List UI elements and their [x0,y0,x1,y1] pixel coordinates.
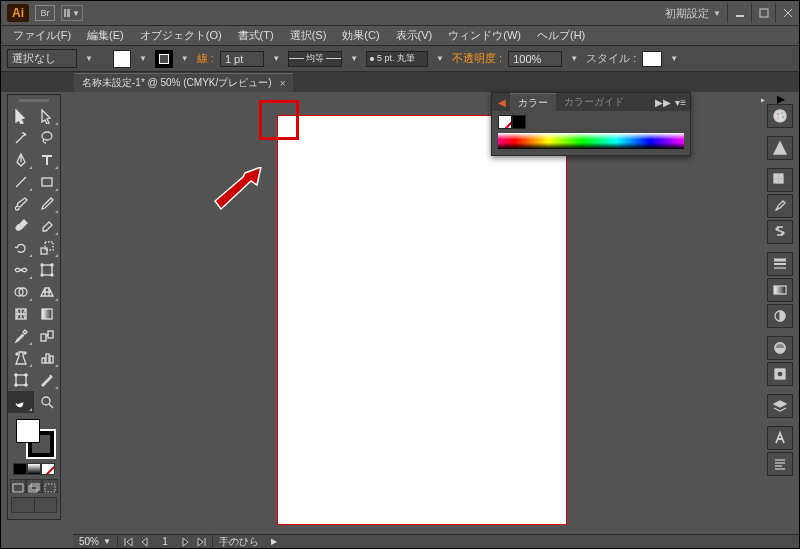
stroke-swatch[interactable] [155,50,173,68]
character-panel-button[interactable] [767,426,793,450]
line-segment-tool[interactable] [8,171,34,193]
perspective-grid-tool[interactable] [34,281,60,303]
graphic-styles-panel-button[interactable] [767,362,793,386]
color-tab[interactable]: カラー [510,93,556,112]
color-panel[interactable]: ◀ カラー カラーガイド ▶▶ ▾≡ [491,92,691,156]
artboard-tool[interactable] [8,369,34,391]
rotate-tool[interactable] [8,237,34,259]
color-mode-button[interactable] [13,463,27,475]
width-tool[interactable] [8,259,34,281]
lasso-tool[interactable] [34,127,60,149]
workspace-switcher[interactable]: 初期設定 ▼ [653,6,727,21]
next-artboard-button[interactable] [178,536,192,548]
shape-builder-tool[interactable] [8,281,34,303]
color-guide-panel-button[interactable] [767,136,793,160]
menu-window[interactable]: ウィンドウ(W) [440,28,529,43]
fill-stroke-indicator[interactable] [14,417,54,457]
stroke-profile-dropdown[interactable]: 均等 [288,51,342,67]
blend-tool[interactable] [34,325,60,347]
brushes-panel-button[interactable] [767,194,793,218]
eraser-tool[interactable] [34,215,60,237]
stroke-weight-input[interactable]: 1 pt [220,51,264,67]
svg-point-28 [42,397,50,405]
window-minimize-button[interactable] [727,3,751,23]
gradient-mode-button[interactable] [27,463,41,475]
symbols-panel-button[interactable] [767,220,793,244]
transparency-panel-button[interactable] [767,304,793,328]
artboard[interactable] [277,115,567,525]
zoom-dropdown[interactable]: 50%▼ [73,536,118,547]
eyedropper-tool[interactable] [8,325,34,347]
selection-tool[interactable] [8,105,34,127]
menu-effect[interactable]: 効果(C) [334,28,387,43]
menu-select[interactable]: 選択(S) [282,28,335,43]
dock-grip[interactable]: ▸ [767,94,795,102]
menu-edit[interactable]: 編集(E) [79,28,132,43]
draw-behind-button[interactable] [26,479,42,493]
annotation-highlight-box [259,100,299,140]
color-guide-tab[interactable]: カラーガイド [556,93,632,111]
artboard-number[interactable]: 1 [154,536,176,547]
color-panel-button[interactable] [767,104,793,128]
draw-normal-button[interactable] [10,479,26,493]
paragraph-panel-button[interactable] [767,452,793,476]
paintbrush-tool[interactable] [8,193,34,215]
first-artboard-button[interactable] [122,536,136,548]
color-none-swatch[interactable] [498,115,512,129]
svg-rect-21 [48,331,53,338]
tools-panel-grip[interactable] [8,95,60,105]
mesh-tool[interactable] [8,303,34,325]
bridge-button[interactable]: Br [35,5,55,21]
blob-brush-tool[interactable] [8,215,34,237]
color-black-swatch[interactable] [512,115,526,129]
panel-collapse-icon[interactable]: ◀ [498,97,510,108]
menu-help[interactable]: ヘルプ(H) [529,28,593,43]
arrange-documents-button[interactable]: ▼ [61,5,83,21]
draw-inside-button[interactable] [42,479,58,493]
opacity-input[interactable]: 100% [508,51,562,67]
menu-object[interactable]: オブジェクト(O) [132,28,230,43]
gradient-panel-button[interactable] [767,278,793,302]
status-menu-icon[interactable]: ▶ [267,537,277,546]
swatches-panel-button[interactable] [767,168,793,192]
menu-file[interactable]: ファイル(F) [5,28,79,43]
color-spectrum[interactable] [498,133,684,149]
scale-tool[interactable] [34,237,60,259]
direct-selection-tool[interactable] [34,105,60,127]
column-graph-tool[interactable] [34,347,60,369]
svg-rect-32 [29,486,37,492]
fill-swatch[interactable] [113,50,131,68]
screen-mode-button[interactable] [11,497,57,513]
symbol-sprayer-tool[interactable] [8,347,34,369]
fill-color-icon[interactable] [16,419,40,443]
pencil-tool[interactable] [34,193,60,215]
brush-definition-dropdown[interactable]: 5 pt. 丸筆 [366,51,428,67]
slice-tool[interactable] [34,369,60,391]
window-maximize-button[interactable] [751,3,775,23]
appearance-panel-button[interactable] [767,336,793,360]
panel-menu-icon[interactable]: ▾≡ [675,97,686,108]
menu-view[interactable]: 表示(V) [388,28,441,43]
gradient-tool[interactable] [34,303,60,325]
zoom-tool[interactable] [34,391,60,413]
type-tool[interactable] [34,149,60,171]
rectangle-tool[interactable] [34,171,60,193]
graphic-style-dropdown[interactable] [642,51,662,67]
canvas[interactable] [73,92,761,536]
window-close-button[interactable] [775,3,799,23]
hand-tool[interactable] [8,391,34,413]
pen-tool[interactable] [8,149,34,171]
stroke-panel-button[interactable] [767,252,793,276]
menu-type[interactable]: 書式(T) [230,28,282,43]
prev-artboard-button[interactable] [138,536,152,548]
none-mode-button[interactable] [41,463,55,475]
close-tab-icon[interactable]: × [280,78,286,89]
selection-indicator[interactable]: 選択なし [7,49,77,68]
magic-wand-tool[interactable] [8,127,34,149]
document-tab[interactable]: 名称未設定-1* @ 50% (CMYK/プレビュー) × [74,73,293,92]
last-artboard-button[interactable] [194,536,208,548]
menu-bar: ファイル(F) 編集(E) オブジェクト(O) 書式(T) 選択(S) 効果(C… [1,26,799,46]
free-transform-tool[interactable] [34,259,60,281]
layers-panel-button[interactable] [767,394,793,418]
panel-expand-icon[interactable]: ▶▶ [655,97,671,108]
